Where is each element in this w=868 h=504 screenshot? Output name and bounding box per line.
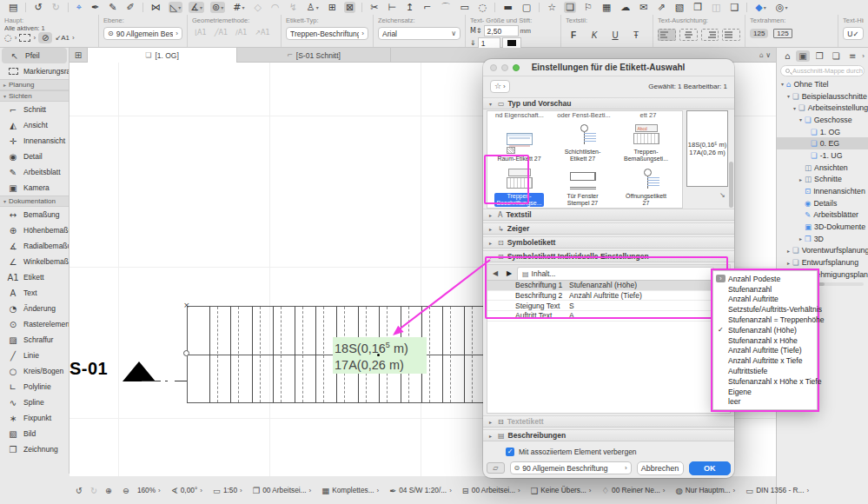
statusbar-filter[interactable]: ◍Nur Hauptm...›: [673, 486, 739, 495]
tree-ohne-titel[interactable]: ▾⌂Ohne Titel: [777, 78, 868, 90]
pet-palette-icon[interactable]: ⌂: [759, 51, 764, 59]
layer-combo[interactable]: ⊙90 Allgemein Beschriftung›: [103, 27, 182, 40]
tag-icon[interactable]: ❑: [728, 2, 740, 13]
tool-polyline[interactable]: ∟Polylinie: [0, 379, 69, 395]
intersect-icon[interactable]: ⋈: [149, 2, 162, 13]
furniture-icon[interactable]: ▬: [501, 2, 514, 13]
section-textstil[interactable]: ▸ATextstil: [483, 209, 734, 221]
tool-grid-element[interactable]: ⊙Rasterelement: [0, 316, 69, 332]
tool-change[interactable]: ◔Änderung: [0, 301, 69, 316]
schedule-icon[interactable]: ▦: [600, 2, 613, 13]
chevron-icon[interactable]: ›: [72, 34, 75, 42]
statusbar-zoom-out-icon[interactable]: ⊖: [120, 486, 132, 495]
tab-prev-icon[interactable]: ◀: [489, 268, 501, 280]
cloud-icon[interactable]: ☁: [619, 2, 632, 13]
suspend-groups-icon[interactable]: ⊘: [38, 32, 52, 43]
expander-icon[interactable]: ▾: [798, 116, 804, 123]
text-frame-on-button[interactable]: 125: [773, 29, 792, 38]
menu-item[interactable]: Setzstufe/Auftritts-Verhältnis: [713, 304, 817, 315]
chevron-icon[interactable]: ›: [15, 34, 17, 42]
hide-with-element-checkbox[interactable]: ✓: [506, 448, 514, 456]
favorites-button[interactable]: ☆›: [490, 80, 510, 93]
split-icon[interactable]: ✂: [368, 2, 380, 13]
tool-spline[interactable]: ∿Spline: [0, 395, 69, 410]
tool-section[interactable]: ⌐Schnitt: [0, 102, 69, 117]
cutaway-3d-icon[interactable]: ◆▾: [753, 2, 767, 13]
library-icon[interactable]: ❒: [692, 2, 704, 13]
tree-beispielausschnitte[interactable]: ▾❏Beispielausschnitte: [777, 90, 868, 103]
marquee-polygon-icon[interactable]: ✐: [124, 2, 136, 13]
text-frame-off-button[interactable]: 125: [750, 29, 768, 38]
tree-geschosse[interactable]: ▾❏Geschosse: [777, 114, 868, 126]
dialog-titlebar[interactable]: Einstellungen für die Etikett-Auswahl: [483, 59, 734, 76]
text-style-ŧ-button[interactable]: Ŧ: [628, 29, 644, 42]
stretch-icon[interactable]: ▭: [458, 2, 470, 13]
save-icon[interactable]: ▤: [7, 2, 19, 13]
guide-lines-icon[interactable]: ◺▾: [169, 2, 182, 13]
undo-icon[interactable]: ↺: [32, 2, 43, 13]
tool-text[interactable]: AText: [0, 285, 69, 301]
rotate-icon[interactable]: ◌: [477, 2, 489, 13]
tree-1-og[interactable]: ❏1. OG: [777, 126, 868, 138]
virtual-trace-icon[interactable]: ⊞: [327, 2, 338, 13]
snap-points-icon[interactable]: ⊚▾: [210, 2, 225, 13]
tree-0-eg[interactable]: ❏0. EG: [777, 137, 868, 149]
section-zeiger[interactable]: ▸↳Zeiger: [483, 222, 734, 235]
label-type-combo[interactable]: Treppen-Beschriftungsetiket...›: [286, 27, 368, 40]
stair-label[interactable]: 18S(0,165 m) 17A(0,26 m): [333, 337, 427, 374]
text-style-k-button[interactable]: K: [586, 29, 602, 42]
tree-3d-dokumente[interactable]: ▣3D-Dokumente: [777, 221, 868, 233]
menu-item[interactable]: ✓Stufenanzahl (Höhe): [713, 325, 817, 335]
tool-interior-elevation[interactable]: ✛Innenansicht: [0, 133, 69, 149]
statusbar-zoom-in-icon[interactable]: ⊕: [103, 486, 115, 495]
settings-table-row[interactable]: Auftritt TextA: [487, 311, 730, 322]
text-background-button[interactable]: U✓: [843, 27, 864, 40]
section-beschreibungen[interactable]: ▸▤Beschreibungen: [483, 429, 734, 441]
expander-icon[interactable]: ▸: [798, 235, 804, 242]
tree-schnitte[interactable]: ▸◫Schnitte: [777, 174, 868, 186]
view-tab-2[interactable]: ⌐[S-01 Schnitt]: [237, 48, 391, 63]
statusbar-orientation[interactable]: ∢0,00°›: [169, 486, 205, 495]
menu-item[interactable]: Stufenanzahl = Treppenhöhe: [713, 315, 817, 325]
section-textetikett[interactable]: ▸⊟Textetikett: [483, 415, 734, 428]
tool-angle-dimension[interactable]: ∠Winkelbemaßung: [0, 254, 69, 269]
menu-item[interactable]: Stufenanzahl: [713, 284, 817, 295]
quick-options-icon[interactable]: ⊞: [70, 48, 88, 63]
expander-icon[interactable]: ▸: [785, 260, 792, 266]
tree-arbeitseinstellung[interactable]: ▾❏Arbeitseinstellung: [777, 102, 868, 114]
text-align-button-1[interactable]: [679, 29, 698, 41]
statusbar-zoom-level[interactable]: 160%›: [135, 486, 163, 494]
marquee-icon[interactable]: [19, 34, 30, 42]
statusbar-layer-combination[interactable]: ❐00 Arbeitsei...›: [250, 486, 314, 495]
expander-icon[interactable]: ▾: [779, 81, 785, 87]
ghost-story-icon[interactable]: ♙▾: [305, 2, 321, 13]
dialog-layer-combo[interactable]: ⊙90 Allgemein Beschriftung›: [510, 461, 632, 474]
statusbar-renovation[interactable]: ♢00 Reiner Ne...›: [600, 486, 668, 495]
tool-fill[interactable]: ▨Schraffur: [0, 332, 69, 348]
type-treppen-bemassung[interactable]: AbcdTreppen- Bemaßungseti...: [614, 119, 678, 163]
type-list-scrollbar[interactable]: [729, 111, 733, 208]
tree-ansichten[interactable]: ◫Ansichten: [777, 162, 868, 174]
menu-item[interactable]: Auftrittstiefe: [713, 366, 817, 376]
geometry-method-button[interactable]: ∕A1: [233, 27, 249, 38]
type-raum-etikett[interactable]: Raum-Etikett 27: [487, 119, 551, 163]
tree-3d[interactable]: ▸❒3D: [777, 233, 868, 245]
text-style-u-button[interactable]: U: [607, 29, 623, 42]
menu-item[interactable]: Stufenanzahl x Höhe: [713, 335, 817, 346]
tree-arbeitsblaetter[interactable]: ✎Arbeitsblätter: [777, 209, 868, 222]
tool-drawing[interactable]: ❐Zeichnung: [0, 441, 69, 457]
editing-plane-icon[interactable]: ◇: [253, 2, 263, 13]
group-sichten[interactable]: ▾Sichten: [0, 90, 69, 102]
adjust-icon[interactable]: ⊢: [386, 2, 398, 13]
statusbar-zoom-next-icon[interactable]: ↻: [88, 486, 100, 495]
statusbar-overrides[interactable]: ❑Keine Übers...›: [528, 486, 594, 495]
menu-item[interactable]: Anzahl Auftritte: [713, 295, 817, 305]
tab-next-icon[interactable]: ▶: [503, 268, 515, 280]
lasso-select-icon[interactable]: ◌: [4, 33, 12, 43]
tool-worksheet[interactable]: ✎Arbeitsblatt: [0, 164, 69, 180]
tool-arrow[interactable]: ↖Pfeil: [2, 48, 67, 63]
type-treppen-beschriftung[interactable]: Treppen- Beschriftungse...: [487, 163, 551, 208]
expander-icon[interactable]: ▾: [792, 105, 798, 111]
redo-icon[interactable]: ↻: [50, 2, 62, 13]
tab-inhalt[interactable]: ▤Inhalt...: [517, 267, 714, 280]
